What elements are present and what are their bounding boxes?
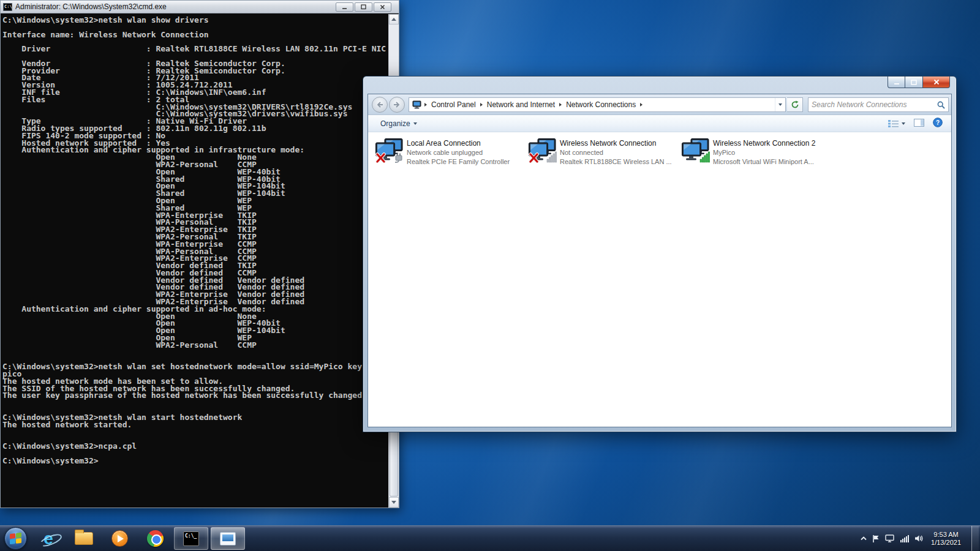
terminal-line: C:\Windows\system32>netsh wlan set hoste…	[2, 363, 386, 370]
taskbar-chrome[interactable]	[137, 527, 173, 551]
internet-explorer-icon: e	[43, 530, 53, 547]
chrome-icon	[147, 530, 164, 547]
connection-status: Network cable unplugged	[407, 148, 510, 157]
help-icon: ?	[933, 118, 943, 127]
cmd-minimize-button[interactable]	[336, 2, 353, 12]
cmd-taskbar-icon	[183, 531, 199, 546]
triangle-down-icon	[391, 501, 396, 504]
taskbar-internet-explorer[interactable]: e	[31, 527, 66, 551]
explorer-close-button[interactable]	[922, 77, 950, 88]
tray-network[interactable]	[900, 535, 909, 542]
cmd-close-button[interactable]	[374, 2, 391, 12]
terminal-line: The hosted network started.	[2, 421, 386, 429]
connection-item-local-area[interactable]: Local Area Connection Network cable unpl…	[375, 138, 529, 167]
connection-device: Microsoft Virtual WiFi Miniport A...	[713, 157, 815, 167]
address-bar[interactable]: Control Panel Network and Internet Netwo…	[409, 97, 786, 112]
cmd-output-area[interactable]: C:\Windows\system32>netsh wlan show driv…	[1, 14, 399, 508]
organize-button[interactable]: Organize	[375, 117, 422, 130]
command-bar: Organize	[368, 115, 951, 132]
search-box[interactable]	[808, 97, 949, 112]
connections-list-area[interactable]: Local Area Connection Network cable unpl…	[368, 132, 951, 427]
connection-item-wireless-1[interactable]: Wireless Network Connection Not connecte…	[529, 138, 682, 167]
cmd-system-icon[interactable]	[3, 3, 12, 11]
network-connections-window: Control Panel Network and Internet Netwo…	[363, 76, 957, 432]
search-icon[interactable]	[937, 101, 945, 109]
terminal-line: C:\Windows\system32>	[2, 457, 386, 465]
desktop[interactable]: Administrator: C:\Windows\System32\cmd.e…	[0, 0, 980, 551]
chevron-down-icon	[413, 122, 417, 125]
preview-pane-button[interactable]	[914, 118, 924, 129]
cmd-window-title: Administrator: C:\Windows\System32\cmd.e…	[15, 2, 336, 11]
close-icon	[933, 79, 940, 85]
taskbar-button-cmd[interactable]	[174, 527, 208, 550]
flag-icon	[872, 534, 880, 543]
breadcrumb-separator-icon	[559, 103, 562, 107]
back-button[interactable]	[372, 97, 388, 113]
cmd-caption-buttons	[336, 2, 391, 12]
clock-date: 1/13/2021	[931, 539, 961, 547]
tray-volume[interactable]	[914, 534, 923, 542]
wifi-adapter-icon	[529, 138, 557, 165]
preview-pane-icon	[914, 119, 924, 127]
search-input[interactable]	[809, 100, 937, 109]
windows-flag-icon	[10, 532, 22, 544]
minimize-icon	[342, 4, 347, 10]
minimize-icon	[894, 80, 900, 85]
chevron-down-icon	[778, 103, 782, 106]
show-desktop-button[interactable]	[971, 526, 979, 551]
taskbar: e	[0, 525, 980, 551]
connections-row: Local Area Connection Network cable unpl…	[375, 138, 835, 167]
navigation-bar: Control Panel Network and Internet Netwo…	[368, 94, 951, 115]
connection-item-wireless-2[interactable]: Wireless Network Connection 2 MyPico Mic…	[682, 138, 835, 167]
terminal-line: C:\Windows\system32>netsh wlan show driv…	[2, 17, 386, 24]
scroll-up-button[interactable]	[389, 14, 399, 24]
explorer-maximize-button[interactable]	[905, 77, 922, 88]
chevron-down-icon	[902, 122, 905, 125]
address-dropdown-button[interactable]	[775, 98, 785, 111]
connection-text: Wireless Network Connection Not connecte…	[560, 138, 672, 167]
tray-show-hidden-icons-button[interactable]	[861, 536, 867, 541]
address-location-icon	[412, 100, 422, 109]
taskbar-button-network-connections[interactable]	[211, 527, 245, 550]
help-button[interactable]: ?	[933, 118, 943, 130]
taskbar-clock[interactable]: 9:53 AM 1/13/2021	[931, 531, 961, 547]
change-view-button[interactable]	[888, 119, 905, 128]
connection-name: Local Area Connection	[407, 138, 510, 148]
terminal-line	[2, 399, 386, 407]
explorer-minimize-button[interactable]	[888, 77, 905, 88]
folder-icon	[75, 532, 93, 545]
terminal-line	[2, 349, 386, 356]
refresh-button[interactable]	[787, 97, 803, 112]
cmd-titlebar[interactable]: Administrator: C:\Windows\System32\cmd.e…	[1, 1, 399, 13]
cmd-maximize-button[interactable]	[355, 2, 372, 12]
terminal-line: Driver : Realtek RTL8188CE Wireless LAN …	[2, 45, 386, 53]
back-icon	[376, 102, 383, 108]
view-switcher-icon	[888, 119, 899, 128]
network-signal-icon	[900, 535, 909, 542]
tray-action-center[interactable]	[872, 534, 880, 543]
network-window-icon	[220, 532, 236, 545]
breadcrumb-control-panel[interactable]: Control Panel	[428, 100, 480, 109]
wifi-adapter-connected-icon	[682, 138, 710, 165]
monitor-icon	[885, 534, 894, 542]
start-button[interactable]	[4, 527, 27, 550]
maximize-icon	[911, 80, 917, 85]
maximize-icon	[361, 4, 366, 10]
scroll-down-button[interactable]	[389, 497, 399, 508]
breadcrumb-separator-icon	[480, 103, 483, 107]
connection-status: Not connected	[560, 148, 672, 157]
breadcrumb-network-and-internet[interactable]: Network and Internet	[483, 100, 559, 109]
taskbar-media-player[interactable]	[102, 527, 137, 551]
cmd-output-text: C:\Windows\system32>netsh wlan show driv…	[2, 17, 386, 464]
forward-button[interactable]	[389, 97, 405, 113]
chevron-up-icon	[861, 536, 867, 541]
connection-name: Wireless Network Connection	[560, 138, 672, 148]
close-icon	[380, 4, 385, 10]
triangle-up-icon	[391, 18, 396, 21]
connection-text: Local Area Connection Network cable unpl…	[407, 138, 510, 167]
taskbar-windows-explorer[interactable]	[66, 527, 102, 551]
tray-display-settings[interactable]	[885, 534, 894, 542]
breadcrumb-network-connections[interactable]: Network Connections	[562, 100, 639, 109]
system-tray: 9:53 AM 1/13/2021	[861, 526, 980, 551]
terminal-line	[2, 428, 386, 435]
